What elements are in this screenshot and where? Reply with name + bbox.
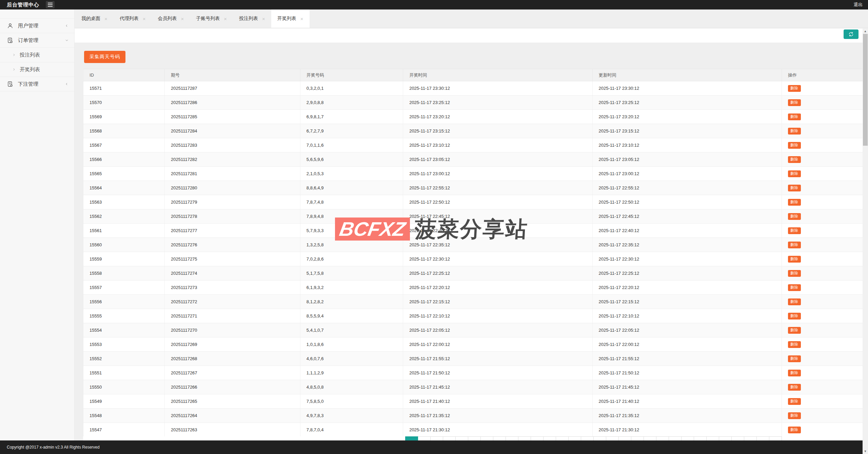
hamburger-icon	[48, 3, 53, 3]
tab[interactable]: 投注列表 ×	[233, 9, 271, 28]
close-icon[interactable]: ×	[143, 16, 146, 21]
delete-button[interactable]: 删除	[788, 227, 801, 234]
cell-issue: 20251117283	[164, 138, 300, 152]
cell-update-time: 2025-11-17 22:25:12	[592, 266, 782, 280]
cell-update-time: 2025-11-17 22:40:12	[592, 224, 782, 238]
cell-update-time: 2025-11-17 21:50:12	[592, 366, 782, 380]
delete-button[interactable]: 删除	[788, 313, 801, 319]
cell-draw-time: 2025-11-17 22:35:12	[403, 238, 592, 252]
table-row: 15548 20251117264 4,9,7,8,3 2025-11-17 2…	[83, 409, 863, 423]
cell-issue: 20251117266	[164, 380, 300, 394]
close-icon[interactable]: ×	[262, 16, 265, 21]
close-icon[interactable]: ×	[224, 16, 227, 21]
cell-issue: 20251117263	[164, 423, 300, 437]
cell-update-time: 2025-11-17 22:10:12	[592, 309, 782, 323]
delete-button[interactable]: 删除	[788, 114, 801, 120]
delete-button[interactable]: 删除	[788, 398, 801, 405]
sidebar-menu: 用户管理 订单管理 投注列表 开奖	[0, 18, 74, 91]
cell-numbers: 5,7,9,3,3	[300, 224, 403, 238]
cell-numbers: 8,5,5,9,4	[300, 309, 403, 323]
cell-action: 删除	[782, 281, 863, 294]
delete-button[interactable]: 删除	[788, 370, 801, 376]
delete-button[interactable]: 删除	[788, 242, 801, 248]
delete-button[interactable]: 删除	[788, 384, 801, 391]
column-header-update-time: 更新时间	[592, 69, 782, 81]
cell-draw-time: 2025-11-17 22:15:12	[403, 295, 592, 309]
delete-button[interactable]: 删除	[788, 156, 801, 163]
menu-toggle-button[interactable]	[46, 1, 55, 8]
tab[interactable]: 子账号列表 ×	[190, 9, 233, 28]
cell-update-time: 2025-11-17 23:25:12	[592, 96, 782, 109]
cell-issue: 20251117278	[164, 209, 300, 223]
delete-button[interactable]: 删除	[788, 341, 801, 348]
cell-draw-time: 2025-11-17 22:00:12	[403, 337, 592, 351]
sidebar-item-draw-list[interactable]: 开奖列表	[0, 62, 74, 77]
cell-action: 删除	[782, 266, 863, 280]
delete-button[interactable]: 删除	[788, 327, 801, 334]
bet-icon	[7, 81, 14, 87]
close-icon[interactable]: ×	[104, 16, 107, 21]
cell-issue: 20251117284	[164, 124, 300, 138]
delete-button[interactable]: 删除	[788, 427, 801, 433]
cell-id: 15563	[83, 195, 164, 209]
tab-label: 开奖列表	[277, 16, 296, 22]
sidebar-subitem-label: 投注列表	[20, 52, 40, 58]
table-row: 15547 20251117263 7,8,7,0,4 2025-11-17 2…	[83, 423, 863, 437]
delete-button[interactable]: 删除	[788, 185, 801, 191]
column-header-id: ID	[83, 69, 164, 81]
cell-numbers: 7,0,1,1,6	[300, 138, 403, 152]
delete-button[interactable]: 删除	[788, 199, 801, 206]
delete-button[interactable]: 删除	[788, 170, 801, 177]
cell-action: 删除	[782, 152, 863, 166]
delete-button[interactable]: 删除	[788, 270, 801, 277]
close-icon[interactable]: ×	[300, 16, 303, 21]
delete-button[interactable]: 删除	[788, 256, 801, 263]
cell-numbers: 7,0,2,8,6	[300, 252, 403, 266]
cell-issue: 20251117277	[164, 224, 300, 238]
table-row: 15556 20251117272 8,1,2,8,2 2025-11-17 2…	[83, 295, 863, 309]
cell-numbers: 6,9,8,1,7	[300, 110, 403, 124]
cell-action: 删除	[782, 96, 863, 109]
delete-button[interactable]: 删除	[788, 99, 801, 106]
scrollbar-thumb[interactable]	[863, 34, 868, 146]
vertical-scrollbar[interactable]: ▲ ▼	[863, 28, 868, 454]
refresh-button[interactable]	[844, 29, 859, 39]
sidebar-item-order-management[interactable]: 订单管理	[0, 33, 74, 48]
close-icon[interactable]: ×	[181, 16, 184, 21]
delete-button[interactable]: 删除	[788, 298, 801, 305]
cell-id: 15571	[83, 81, 164, 95]
cell-id: 15558	[83, 266, 164, 280]
sidebar-item-user-management[interactable]: 用户管理	[0, 19, 74, 33]
delete-button[interactable]: 删除	[788, 128, 801, 135]
cell-draw-time: 2025-11-17 23:15:12	[403, 124, 592, 138]
cell-draw-time: 2025-11-17 22:25:12	[403, 266, 592, 280]
delete-button[interactable]: 删除	[788, 85, 801, 92]
sidebar-item-bet-list[interactable]: 投注列表	[0, 48, 74, 62]
tab[interactable]: 我的桌面 ×	[75, 9, 114, 28]
delete-button[interactable]: 删除	[788, 142, 801, 149]
cell-numbers: 2,1,0,5,3	[300, 167, 403, 181]
delete-button[interactable]: 删除	[788, 412, 801, 419]
cell-draw-time: 2025-11-17 21:50:12	[403, 366, 592, 380]
cell-numbers: 5,1,7,5,8	[300, 266, 403, 280]
delete-button[interactable]: 删除	[788, 213, 801, 220]
collect-two-days-button[interactable]: 采集两天号码	[84, 51, 125, 63]
table-row: 15569 20251117285 6,9,8,1,7 2025-11-17 2…	[83, 110, 863, 124]
cell-id: 15564	[83, 181, 164, 195]
cell-action: 删除	[782, 209, 863, 223]
table-row: 15555 20251117271 8,5,5,9,4 2025-11-17 2…	[83, 309, 863, 323]
cell-action: 删除	[782, 167, 863, 181]
sidebar-item-stake-management[interactable]: 下注管理	[0, 77, 74, 91]
scroll-up-arrow-icon[interactable]: ▲	[863, 28, 868, 34]
tab[interactable]: 会员列表 ×	[152, 9, 190, 28]
cell-update-time: 2025-11-17 22:05:12	[592, 323, 782, 337]
scroll-down-arrow-icon[interactable]: ▼	[863, 449, 868, 454]
table-header: ID 期号 开奖号码 开奖时间 更新时间 操作	[83, 69, 863, 81]
logout-link[interactable]: 退出	[854, 0, 863, 9]
delete-button[interactable]: 删除	[788, 284, 801, 291]
tab[interactable]: 代理列表 ×	[114, 9, 152, 28]
delete-button[interactable]: 删除	[788, 355, 801, 362]
cell-id: 15553	[83, 337, 164, 351]
cell-update-time: 2025-11-17 22:50:12	[592, 195, 782, 209]
tab[interactable]: 开奖列表 ×	[271, 9, 310, 28]
